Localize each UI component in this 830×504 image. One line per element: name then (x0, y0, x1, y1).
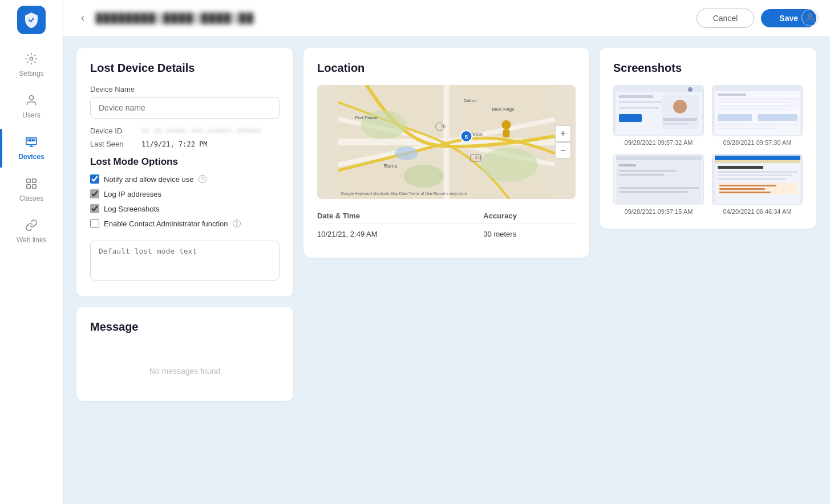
sidebar-item-classes[interactable]: Classes (6, 170, 57, 209)
users-icon (25, 94, 38, 108)
svg-rect-46 (715, 87, 800, 91)
screenshot-img-3 (616, 156, 702, 204)
notify-info-icon[interactable]: ? (199, 175, 207, 183)
notify-checkbox[interactable] (90, 174, 99, 184)
screenshots-title: Screenshots (613, 62, 803, 75)
screenshot-date-2: 09/28/2021 09:57:30 AM (712, 139, 803, 146)
svg-rect-7 (33, 179, 36, 182)
svg-rect-48 (718, 98, 797, 100)
lost-device-title: Lost Device Details (90, 62, 280, 75)
svg-rect-66 (718, 166, 763, 169)
screenshot-item-1: 09/28/2021 09:57:32 AM (613, 85, 704, 146)
option-log-ip: Log IP addresses (90, 189, 280, 198)
map-controls: + − (555, 125, 571, 158)
svg-text:Blue Ridge: Blue Ridge (492, 107, 515, 112)
svg-rect-56 (616, 156, 702, 204)
sidebar-item-devices[interactable]: Devices (6, 129, 57, 168)
svg-text:Fort Payne: Fort Payne (355, 115, 378, 120)
message-card: Message No messages found (76, 307, 293, 401)
svg-rect-49 (718, 101, 792, 103)
svg-rect-53 (758, 114, 797, 121)
svg-rect-43 (663, 118, 697, 121)
location-table: Date & Time Accuracy 10/21/21, 2:49 AM 3… (317, 208, 576, 244)
svg-rect-59 (619, 170, 676, 172)
sidebar-item-settings[interactable]: Settings (6, 46, 57, 84)
map-zoom-in-button[interactable]: + (555, 125, 571, 141)
lost-mode-text-area[interactable] (90, 241, 280, 281)
svg-point-0 (30, 57, 33, 60)
location-title: Location (317, 62, 576, 75)
log-screenshots-checkbox[interactable] (90, 204, 99, 213)
screenshot-img-2 (715, 87, 800, 135)
last-seen-label: Last Seen (90, 140, 136, 148)
svg-rect-44 (663, 123, 689, 125)
option-log-screenshots: Log Screenshots (90, 204, 280, 213)
sidebar-item-devices-label: Devices (18, 153, 44, 161)
svg-rect-39 (619, 107, 659, 109)
svg-text:Rome: Rome (384, 163, 398, 169)
svg-point-1 (29, 96, 33, 100)
notify-label: Notify and allow device use (104, 175, 194, 184)
device-name-input[interactable] (90, 97, 280, 119)
svg-text:411: 411 (475, 155, 483, 160)
settings-icon (25, 52, 38, 67)
svg-rect-40 (619, 114, 642, 122)
classes-icon (25, 177, 38, 192)
location-card: Location (303, 48, 589, 258)
svg-rect-52 (718, 114, 752, 121)
svg-rect-51 (718, 108, 786, 110)
contact-admin-checkbox[interactable] (90, 219, 99, 228)
svg-rect-62 (619, 191, 687, 193)
contact-admin-label: Enable Contact Administrator function (104, 220, 228, 228)
location-col-datetime: Date & Time (317, 208, 483, 224)
device-id-value: •• •• ••••• ••• •••••• •••••• (141, 127, 261, 135)
message-title: Message (90, 320, 280, 334)
screenshot-img-1 (616, 87, 702, 135)
map-zoom-out-button[interactable]: − (555, 143, 571, 158)
svg-rect-3 (28, 139, 30, 141)
lost-mode-title: Lost Mode Options (90, 156, 280, 168)
svg-point-18 (404, 165, 444, 188)
svg-text:S: S (465, 134, 468, 140)
option-notify: Notify and allow device use ? (90, 174, 280, 184)
svg-rect-61 (619, 187, 699, 189)
device-name-label: Device Name (90, 85, 280, 94)
sidebar-item-weblinks[interactable]: Web links (6, 212, 57, 251)
last-seen-value: 11/9/21, 7:22 PM (141, 140, 208, 148)
sidebar-item-classes-label: Classes (19, 194, 44, 202)
location-date-value: 10/21/21, 2:49 AM (317, 224, 483, 245)
svg-rect-65 (715, 160, 800, 163)
screenshot-thumb-3[interactable] (613, 154, 704, 205)
back-button[interactable]: ‹ (76, 10, 89, 26)
screenshot-date-3: 09/28/2021 09:57:15 AM (613, 208, 704, 215)
svg-point-31 (502, 120, 511, 129)
cancel-button[interactable]: Cancel (697, 9, 755, 28)
svg-rect-60 (619, 174, 665, 176)
svg-rect-57 (616, 156, 702, 160)
device-title: ████████ ████ ████ ██ (96, 13, 254, 24)
screenshot-thumb-4[interactable] (712, 154, 803, 205)
sidebar-item-users[interactable]: Users (6, 87, 57, 126)
topbar: ‹ ████████ ████ ████ ██ Cancel Save (63, 0, 830, 36)
svg-rect-6 (27, 179, 30, 182)
svg-rect-32 (503, 129, 510, 137)
user-avatar[interactable] (801, 9, 819, 26)
lost-device-card: Lost Device Details Device Name Device I… (76, 48, 293, 296)
svg-rect-73 (719, 192, 771, 193)
svg-rect-8 (27, 185, 30, 188)
sidebar-item-weblinks-label: Web links (17, 236, 46, 244)
svg-rect-5 (33, 139, 35, 141)
devices-icon (25, 136, 38, 150)
svg-text:Dalton: Dalton (464, 98, 477, 103)
contact-admin-info-icon[interactable]: ? (233, 220, 241, 227)
screenshots-card: Screenshots (600, 48, 816, 229)
svg-point-10 (808, 14, 812, 17)
screenshot-item-3: 09/28/2021 09:57:15 AM (613, 154, 704, 215)
svg-rect-68 (718, 174, 792, 176)
app-logo[interactable] (17, 6, 46, 34)
map-svg: Calhoun Rome Fort Payne Blue Ridge Dalto… (317, 85, 576, 199)
device-id-row: Device ID •• •• ••••• ••• •••••• •••••• (90, 127, 280, 135)
screenshot-thumb-2[interactable] (712, 85, 803, 136)
screenshot-thumb-1[interactable] (613, 85, 704, 136)
log-ip-checkbox[interactable] (90, 189, 99, 198)
